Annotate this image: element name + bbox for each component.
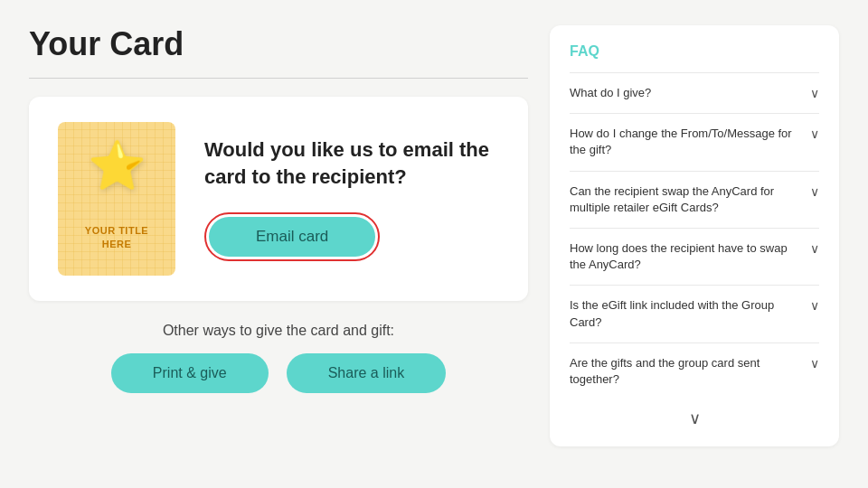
other-ways-section: Other ways to give the card and gift: Pr… [29, 323, 528, 393]
page-container: Your Card ⭐ YOUR TITLE HERE Would you li… [0, 0, 868, 488]
faq-question-5: Are the gifts and the group card sent to… [570, 355, 803, 388]
faq-item-2[interactable]: Can the recipient swap the AnyCard for m… [570, 171, 819, 228]
chevron-down-icon-4: ∨ [810, 298, 819, 313]
page-title: Your Card [29, 25, 528, 63]
faq-item-5[interactable]: Are the gifts and the group card sent to… [570, 343, 819, 399]
faq-show-more-button[interactable]: ∨ [689, 408, 701, 428]
email-card-button[interactable]: Email card [209, 217, 375, 257]
faq-item-4[interactable]: Is the eGift link included with the Grou… [570, 285, 819, 342]
chevron-down-icon-1: ∨ [810, 127, 819, 141]
card-content: Would you like us to email the card to t… [204, 136, 499, 260]
main-column: Your Card ⭐ YOUR TITLE HERE Would you li… [29, 25, 528, 463]
faq-sidebar: FAQ What do I give? ∨ How do I change th… [550, 25, 839, 446]
email-card-button-wrapper: Email card [204, 212, 380, 261]
card-question: Would you like us to email the card to t… [204, 136, 499, 190]
card-title-label: YOUR TITLE HERE [58, 224, 175, 250]
other-ways-buttons: Print & give Share a link [29, 353, 528, 393]
card-section: ⭐ YOUR TITLE HERE Would you like us to e… [29, 97, 528, 301]
faq-item-1[interactable]: How do I change the From/To/Message for … [570, 113, 819, 170]
star-icon: ⭐ [88, 138, 146, 193]
share-link-button[interactable]: Share a link [287, 353, 447, 393]
chevron-down-icon-0: ∨ [810, 86, 819, 100]
faq-question-0: What do I give? [570, 85, 803, 101]
divider [29, 78, 528, 79]
faq-item-0[interactable]: What do I give? ∨ [570, 72, 819, 113]
faq-question-3: How long does the recipient have to swap… [570, 240, 803, 273]
gift-card-background: ⭐ YOUR TITLE HERE [58, 122, 175, 276]
faq-question-2: Can the recipient swap the AnyCard for m… [570, 183, 803, 216]
chevron-down-icon-2: ∨ [810, 184, 819, 199]
faq-question-1: How do I change the From/To/Message for … [570, 126, 803, 158]
faq-show-more: ∨ [570, 399, 819, 428]
print-give-button[interactable]: Print & give [111, 353, 269, 393]
chevron-down-icon-5: ∨ [810, 356, 819, 371]
faq-question-4: Is the eGift link included with the Grou… [570, 297, 803, 330]
faq-item-3[interactable]: How long does the recipient have to swap… [570, 228, 819, 285]
faq-title: FAQ [570, 43, 819, 60]
gift-card-image: ⭐ YOUR TITLE HERE [58, 122, 175, 276]
chevron-down-icon-3: ∨ [810, 241, 819, 256]
other-ways-label: Other ways to give the card and gift: [29, 323, 528, 339]
